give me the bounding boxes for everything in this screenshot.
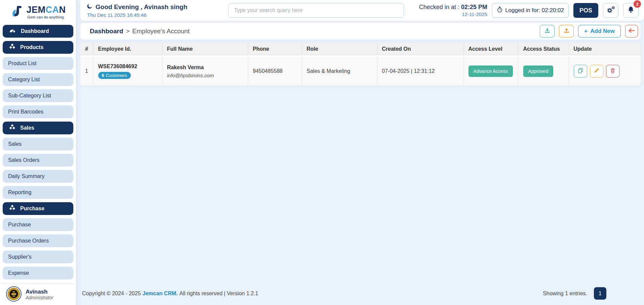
sidebar-item-dashboard[interactable]: Dashboard — [3, 25, 73, 38]
employees-table: # Employee Id. Full Name Phone Role Crea… — [80, 43, 641, 86]
cell-access-status: Approved — [518, 56, 569, 86]
app-logo: JEMCAN Gem can do anything. — [0, 0, 76, 24]
top-header: Good Evening , Avinash singh Thu Dec 11 … — [80, 0, 644, 21]
trash-icon — [610, 68, 616, 75]
col-created-on: Created On — [377, 43, 463, 56]
col-phone: Phone — [248, 43, 302, 56]
cubes-icon — [9, 124, 15, 132]
bell-icon — [627, 6, 635, 15]
col-access-status: Access Status — [518, 43, 569, 56]
greeting: Good Evening , Avinash singh — [86, 3, 228, 11]
access-status-badge: Approved — [523, 66, 554, 77]
add-new-button[interactable]: + Add New — [578, 25, 621, 38]
gear-icon — [606, 5, 615, 16]
upload-button[interactable] — [559, 25, 574, 38]
cell-email: info@hpsbimins.com — [167, 73, 243, 78]
cell-role: Sales & Marketing — [302, 56, 377, 86]
customers-count-badge[interactable]: 6Customers — [98, 72, 131, 79]
breadcrumb-current: Employee's Account — [132, 28, 190, 35]
table-row: 1 WSE736084692 6Customers Rakesh Verma i… — [80, 56, 641, 86]
sidebar-item-product-list[interactable]: Product List — [3, 57, 73, 70]
sidebar-item-label: Dashboard — [21, 28, 49, 34]
sidebar-item-sub-category-list[interactable]: Sub-Category List — [3, 89, 73, 102]
notifications-button[interactable]: 2 — [623, 3, 639, 18]
showing-entries-text: Showing 1 entries. — [543, 291, 587, 297]
plus-icon: + — [584, 28, 588, 35]
sidebar-item-purchase-orders[interactable]: Purchase Orders — [3, 234, 73, 247]
cell-full-name: Rakesh Verma info@hpsbimins.com — [162, 56, 248, 86]
sidebar-item-sales-section[interactable]: Sales — [3, 122, 73, 134]
col-employee-id: Employee Id. — [93, 43, 162, 56]
notification-count-badge[interactable]: 2 — [634, 0, 641, 8]
breadcrumb-dashboard-link[interactable]: Dashboard — [90, 28, 123, 35]
sidebar-item-label: Sales — [20, 125, 34, 131]
sidebar-item-label: Purchase — [20, 206, 44, 212]
user-name: Avinash — [26, 289, 53, 295]
col-access-level: Access Level — [463, 43, 518, 56]
copy-icon — [577, 67, 584, 75]
cubes-icon — [9, 43, 15, 51]
upload-icon — [563, 27, 570, 36]
sidebar-item-reporting[interactable]: Reporting — [3, 186, 73, 199]
cubes-icon — [9, 205, 15, 213]
breadcrumb-bar: Dashboard > Employee's Account — [80, 23, 641, 40]
table-header-row: # Employee Id. Full Name Phone Role Crea… — [80, 43, 641, 56]
edit-button[interactable] — [590, 65, 603, 78]
back-button[interactable] — [625, 25, 638, 38]
sidebar-item-daily-summary[interactable]: Daily Summary — [3, 170, 73, 183]
main-area: Good Evening , Avinash singh Thu Dec 11 … — [76, 0, 644, 305]
footer: Copyright © 2024 - 2025 Jemcan CRM. All … — [76, 287, 644, 305]
logged-in-timer: Logged in for: 02:20:02 — [492, 3, 569, 18]
cell-employee-id: WSE736084692 6Customers — [93, 56, 162, 86]
sidebar-item-purchase[interactable]: Purchase — [3, 218, 73, 231]
search-input[interactable] — [228, 3, 404, 18]
sidebar: JEMCAN Gem can do anything. Dashboard — [0, 0, 76, 305]
copy-button[interactable] — [574, 65, 587, 78]
avatar — [6, 286, 22, 303]
sidebar-item-expense[interactable]: Expense — [3, 267, 73, 279]
sidebar-item-label: Products — [20, 44, 43, 50]
delete-button[interactable] — [606, 65, 619, 78]
sidebar-item-sales-orders[interactable]: Sales Orders — [3, 154, 73, 167]
access-level-badge: Advance Access — [468, 66, 513, 77]
col-full-name: Full Name — [162, 43, 248, 56]
settings-button[interactable] — [603, 3, 618, 18]
download-button[interactable] — [540, 25, 555, 38]
sidebar-item-sales[interactable]: Sales — [3, 138, 73, 150]
pagination-page-1[interactable]: 1 — [594, 287, 606, 300]
pos-button[interactable]: POS — [573, 3, 598, 18]
brand-tagline: Gem can do anything. — [27, 15, 65, 19]
sidebar-item-purchase-section[interactable]: Purchase — [3, 202, 73, 215]
user-role: Administrator — [26, 295, 53, 300]
sidebar-item-products[interactable]: Products — [3, 41, 73, 54]
breadcrumb: Dashboard > Employee's Account — [90, 28, 190, 35]
footer-brand-link[interactable]: Jemcan CRM. — [143, 291, 178, 297]
checked-in-date: 12-11-2025 — [419, 11, 487, 17]
col-update: Update — [569, 43, 641, 56]
jemcan-logo-icon — [10, 5, 24, 19]
moon-icon — [86, 3, 93, 11]
cell-created-on: 07-04-2025 | 12:31:12 — [377, 56, 463, 86]
checked-in-time: 02:25 PM — [461, 4, 487, 10]
sidebar-user[interactable]: Avinash Administrator — [1, 284, 75, 305]
copyright: Copyright © 2024 - 2025 Jemcan CRM. All … — [82, 291, 258, 297]
sidebar-item-print-barcodes[interactable]: Print Barcodes — [3, 105, 73, 118]
cell-access-level: Advance Access — [463, 56, 518, 86]
back-arrow-icon — [628, 28, 635, 35]
cell-phone: 9450485588 — [248, 56, 302, 86]
pencil-icon — [594, 68, 600, 75]
stopwatch-icon — [497, 6, 503, 14]
col-role: Role — [302, 43, 377, 56]
download-icon — [544, 27, 551, 36]
sidebar-item-category-list[interactable]: Category List — [3, 73, 73, 86]
brand-name: JEMCAN — [26, 5, 66, 14]
cell-update — [569, 56, 641, 86]
cell-index: 1 — [80, 56, 93, 86]
gauge-icon — [9, 27, 16, 35]
sidebar-nav: Dashboard Products Product List Category… — [0, 24, 76, 284]
employees-table-card: # Employee Id. Full Name Phone Role Crea… — [80, 43, 641, 86]
checked-in-status: Checked in at : 02:25 PM 12-11-2025 — [419, 4, 487, 17]
breadcrumb-separator: > — [126, 28, 129, 35]
current-datetime: Thu Dec 11 2025 16:45:46 — [87, 12, 228, 18]
sidebar-item-suppliers[interactable]: Supplier's — [3, 251, 73, 263]
